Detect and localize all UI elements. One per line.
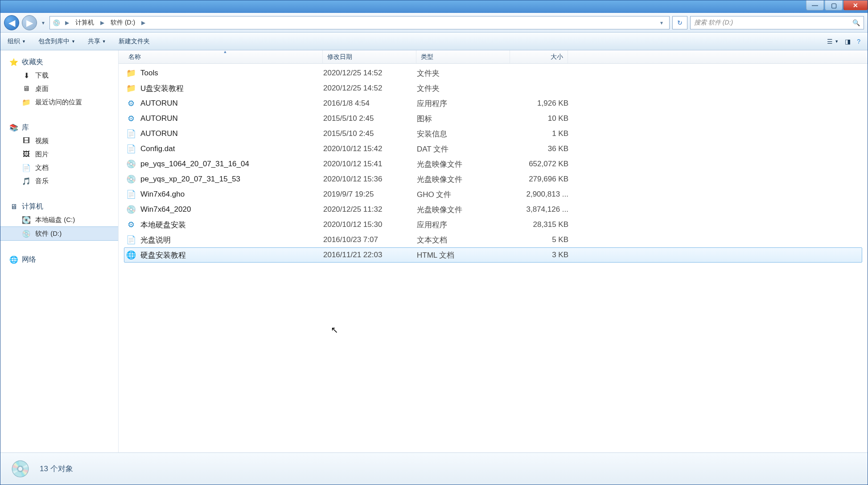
file-size: 5 KB (510, 235, 568, 244)
crumb-sep-icon[interactable]: ▶ (140, 20, 147, 26)
nav-sidebar: ⭐ 收藏夹 ⬇下载🖥桌面📁最近访问的位置 📚 库 🎞视频🖼图片📄文档🎵音乐 🖥 … (0, 50, 119, 452)
file-view: 名称 ▲ 修改日期 类型 大小 📁Tools2020/12/25 14:52文件… (119, 50, 868, 452)
file-type: 文件夹 (417, 68, 510, 78)
file-icon: ⚙ (126, 114, 136, 123)
address-dropdown[interactable]: ▼ (656, 21, 667, 25)
minimize-button[interactable]: — (806, 0, 824, 10)
file-date: 2020/10/12 15:36 (323, 175, 417, 184)
file-name: pe_yqs_1064_20_07_31_16_04 (140, 160, 249, 169)
file-row[interactable]: ⚙AUTORUN2015/5/10 2:45图标10 KB (124, 111, 862, 126)
file-date: 2016/11/21 22:03 (323, 251, 417, 259)
computer-header[interactable]: 🖥 计算机 (0, 200, 118, 213)
column-type[interactable]: 类型 (416, 50, 510, 63)
file-date: 2020/10/12 15:41 (323, 160, 417, 169)
file-row[interactable]: 📄Win7x64.gho2019/9/7 19:25GHO 文件2,900,81… (124, 187, 862, 202)
file-size: 2,900,813 ... (510, 190, 568, 199)
search-input[interactable]: 搜索 软件 (D:) 🔍 (690, 16, 864, 29)
file-row[interactable]: 💿pe_yqs_xp_20_07_31_15_532020/10/12 15:3… (124, 172, 862, 187)
file-type: 应用程序 (417, 99, 510, 109)
file-row[interactable]: 📄AUTORUN2015/5/10 2:45安装信息1 KB (124, 126, 862, 141)
favorites-header[interactable]: ⭐ 收藏夹 (0, 56, 118, 69)
file-date: 2016/10/23 7:07 (323, 235, 417, 244)
item-label: 桌面 (35, 85, 49, 93)
sidebar-item-library[interactable]: 📄文档 (0, 161, 118, 174)
file-row[interactable]: ⚙AUTORUN2016/1/8 4:54应用程序1,926 KB (124, 96, 862, 111)
search-icon: 🔍 (852, 19, 860, 26)
file-icon: 🌐 (126, 250, 136, 260)
sidebar-item-drive[interactable]: 💿软件 (D:) (0, 226, 118, 241)
forward-button[interactable]: ▶ (22, 15, 37, 30)
view-mode-button[interactable]: ☰ ▼ (827, 38, 839, 45)
column-size[interactable]: 大小 (510, 50, 568, 63)
file-name: U盘安装教程 (140, 83, 184, 94)
file-row[interactable]: 💿pe_yqs_1064_20_07_31_16_042020/10/12 15… (124, 156, 862, 172)
file-size: 279,696 KB (510, 175, 568, 184)
share-label: 共享 (88, 37, 100, 45)
sidebar-item-library[interactable]: 🎞视频 (0, 134, 118, 148)
status-text: 13 个对象 (40, 464, 73, 474)
file-type: HTML 文档 (417, 250, 510, 260)
network-header[interactable]: 🌐 网络 (0, 253, 118, 266)
file-row[interactable]: 🌐硬盘安装教程2016/11/21 22:03HTML 文档3 KB (124, 247, 862, 263)
file-row[interactable]: 📄Config.dat2020/10/12 15:42DAT 文件36 KB (124, 141, 862, 156)
toolbar: 组织 ▼ 包含到库中 ▼ 共享 ▼ 新建文件夹 ☰ ▼ ◨ ? (0, 33, 868, 50)
file-size: 28,315 KB (510, 220, 568, 229)
file-icon: 💿 (126, 174, 136, 184)
sidebar-item-favorite[interactable]: 📁最近访问的位置 (0, 95, 118, 109)
crumb-sep-icon[interactable]: ▶ (99, 20, 106, 26)
include-library-menu[interactable]: 包含到库中 ▼ (38, 37, 75, 45)
sidebar-item-drive[interactable]: 💽本地磁盘 (C:) (0, 213, 118, 226)
file-type: 文本文档 (417, 235, 510, 245)
file-row[interactable]: ⚙本地硬盘安装2020/10/12 15:30应用程序28,315 KB (124, 217, 862, 232)
maximize-button[interactable]: ▢ (825, 0, 843, 10)
crumb-sep-icon[interactable]: ▶ (63, 20, 71, 26)
close-button[interactable]: ✕ (843, 0, 868, 10)
libraries-header[interactable]: 📚 库 (0, 121, 118, 134)
item-icon: 💽 (22, 215, 31, 224)
file-type: 文件夹 (417, 83, 510, 94)
file-type: 光盘映像文件 (417, 205, 510, 215)
breadcrumb-computer[interactable]: 计算机 (74, 18, 96, 28)
sidebar-item-library[interactable]: 🖼图片 (0, 148, 118, 161)
file-date: 2020/12/25 14:52 (323, 69, 417, 78)
refresh-button[interactable]: ↻ (672, 16, 687, 29)
file-row[interactable]: 📁Tools2020/12/25 14:52文件夹 (124, 66, 862, 81)
share-menu[interactable]: 共享 ▼ (88, 37, 106, 45)
nav-bar: ◀ ▶ ▼ 💿 ▶ 计算机 ▶ 软件 (D:) ▶ ▼ ↻ 搜索 软件 (D:)… (0, 13, 868, 33)
column-date[interactable]: 修改日期 (323, 50, 416, 63)
breadcrumb-drive-d[interactable]: 软件 (D:) (109, 18, 137, 28)
file-icon: ⚙ (126, 99, 136, 108)
back-button[interactable]: ◀ (4, 15, 19, 30)
file-name: Config.dat (140, 144, 175, 153)
new-folder-button[interactable]: 新建文件夹 (119, 37, 150, 45)
sidebar-item-library[interactable]: 🎵音乐 (0, 174, 118, 188)
explorer-window: — ▢ ✕ ◀ ▶ ▼ 💿 ▶ 计算机 ▶ 软件 (D:) ▶ ▼ ↻ 搜索 软… (0, 0, 868, 485)
file-name: Win7x64.gho (140, 190, 185, 199)
file-type: 光盘映像文件 (417, 174, 510, 185)
item-label: 软件 (D:) (35, 230, 62, 238)
file-name: 光盘说明 (140, 235, 171, 245)
item-icon: 🎞 (22, 136, 31, 145)
preview-pane-button[interactable]: ◨ (845, 38, 851, 45)
file-size: 1,926 KB (510, 99, 568, 108)
file-type: 光盘映像文件 (417, 159, 510, 169)
help-button[interactable]: ? (857, 38, 860, 45)
history-dropdown[interactable]: ▼ (40, 21, 47, 25)
file-date: 2020/12/25 14:52 (323, 84, 417, 93)
sidebar-item-favorite[interactable]: 🖥桌面 (0, 82, 118, 95)
item-icon: 🖥 (22, 84, 31, 93)
file-date: 2020/12/25 11:32 (323, 205, 417, 214)
file-icon: 💿 (126, 159, 136, 169)
sidebar-item-favorite[interactable]: ⬇下载 (0, 69, 118, 82)
item-icon: 📁 (22, 98, 31, 107)
column-name[interactable]: 名称 ▲ (124, 50, 323, 63)
file-name: Win7x64_2020 (140, 205, 191, 214)
file-row[interactable]: 💿Win7x64_20202020/12/25 11:32光盘映像文件3,874… (124, 202, 862, 217)
file-list[interactable]: 📁Tools2020/12/25 14:52文件夹📁U盘安装教程2020/12/… (119, 64, 868, 452)
item-icon: 🎵 (22, 177, 31, 185)
file-icon: 📄 (126, 144, 136, 154)
file-row[interactable]: 📄光盘说明2016/10/23 7:07文本文档5 KB (124, 232, 862, 247)
organize-menu[interactable]: 组织 ▼ (8, 37, 26, 45)
address-bar[interactable]: 💿 ▶ 计算机 ▶ 软件 (D:) ▶ ▼ (49, 16, 670, 29)
file-row[interactable]: 📁U盘安装教程2020/12/25 14:52文件夹 (124, 81, 862, 96)
